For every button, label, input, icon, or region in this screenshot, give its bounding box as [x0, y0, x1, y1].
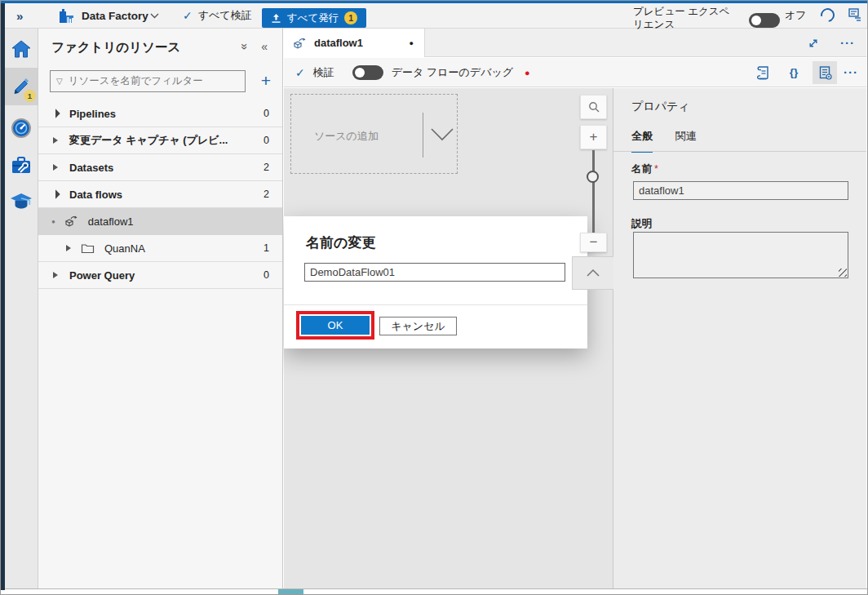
dataflow-icon [64, 215, 78, 228]
rename-dialog: 名前の変更 OK キャンセル [284, 216, 587, 349]
rename-name-input[interactable] [304, 263, 565, 282]
validate-all-button[interactable]: ✓ すべて検証 [183, 3, 252, 28]
properties-panel: プロパティ 全般 関連 名前* 説明 [613, 88, 866, 590]
debug-toggle-label: データ フローのデバッグ [392, 65, 513, 80]
nav-home-button[interactable] [5, 35, 38, 63]
toolbox-icon [11, 156, 32, 175]
item-count: 0 [264, 269, 269, 281]
main-area: dataflow1 ● ··· ✓ 検証 データ フローのデバッグ ● [284, 29, 866, 590]
publish-all-button[interactable]: すべて発行 1 [262, 8, 366, 28]
left-edge-strip [1, 1, 5, 590]
tree-item-pipelines[interactable]: Pipelines 0 [38, 100, 282, 127]
zoom-slider-track[interactable] [592, 150, 595, 233]
debug-status-dot-icon: ● [525, 68, 530, 78]
left-nav-rail: 1 [5, 29, 38, 590]
required-asterisk: * [654, 163, 658, 175]
nav-monitor-button[interactable] [5, 113, 38, 143]
tree-item-quanna-folder[interactable]: QuanNA 1 [38, 235, 282, 262]
magnifier-icon [588, 101, 600, 113]
item-count: 2 [264, 189, 269, 200]
tab-label: dataflow1 [314, 37, 363, 49]
validate-all-label: すべて検証 [198, 8, 252, 23]
publish-all-label: すべて発行 [287, 11, 339, 25]
tab-more-icon[interactable]: ··· [840, 36, 855, 50]
editor-content: ソースの追加 + − [284, 88, 866, 590]
collapse-all-icon[interactable]: « [237, 43, 250, 50]
add-resource-button[interactable]: + [261, 69, 271, 92]
top-bar: » Data Factory ✓ すべて検証 すべて発行 [5, 3, 867, 29]
tree-item-change-data-capture[interactable]: 変更データ キャプチャ (プレビ... 0 [38, 127, 282, 154]
description-label: 説明 [631, 217, 652, 231]
expand-menu-icon[interactable]: » [16, 3, 22, 28]
dataflow-canvas[interactable]: ソースの追加 + − [284, 88, 613, 590]
dataflow-icon [292, 37, 307, 50]
add-source-box[interactable]: ソースの追加 [290, 94, 458, 174]
nav-manage-button[interactable] [5, 151, 38, 180]
expanded-twisty-icon[interactable] [51, 110, 60, 117]
factory-resources-title: ファクトリのリソース [51, 39, 180, 56]
collapsed-twisty-icon[interactable] [64, 245, 73, 251]
canvas-search-button[interactable] [580, 95, 607, 119]
zoom-in-button[interactable]: + [580, 125, 607, 149]
add-source-chevron-icon[interactable] [430, 127, 454, 142]
expanded-twisty-icon[interactable] [51, 191, 60, 198]
toolbar-more-icon[interactable]: ··· [844, 65, 858, 79]
validate-check-icon: ✓ [295, 66, 305, 79]
tab-dataflow1[interactable]: dataflow1 ● [284, 29, 425, 57]
item-count: 0 [264, 135, 269, 146]
ok-button[interactable]: OK [301, 316, 370, 335]
data-factory-logo-icon [59, 8, 74, 24]
tree-item-datasets[interactable]: Datasets 2 [38, 154, 282, 181]
script-button[interactable] [751, 61, 775, 84]
collapsed-twisty-icon[interactable] [51, 137, 60, 144]
minus-icon: − [590, 234, 598, 251]
collapsed-twisty-icon[interactable] [51, 272, 60, 278]
name-input[interactable] [633, 181, 848, 200]
tab-general[interactable]: 全般 [631, 129, 653, 153]
rename-dialog-title: 名前の変更 [306, 233, 375, 252]
product-name: Data Factory [82, 10, 148, 22]
code-button[interactable]: {} [782, 61, 806, 84]
tab-related[interactable]: 関連 [675, 129, 697, 153]
chevron-up-icon [587, 269, 600, 277]
publish-upload-icon [271, 13, 281, 24]
nav-author-button[interactable]: 1 [5, 68, 38, 105]
product-switcher[interactable]: Data Factory [59, 3, 148, 28]
description-textarea[interactable] [633, 232, 848, 278]
resource-filter-input[interactable]: ▽ リソースを名前でフィルター [50, 70, 246, 92]
properties-title: プロパティ [631, 100, 690, 114]
zoom-out-button[interactable]: − [580, 233, 607, 252]
factory-resources-panel: ファクトリのリソース « « ▽ リソースを名前でフィルター + Pipelin… [38, 29, 283, 590]
collapsed-twisty-icon[interactable] [51, 164, 60, 171]
refresh-spinner-icon[interactable] [818, 6, 838, 25]
item-count: 2 [264, 162, 269, 173]
item-count: 0 [264, 108, 269, 119]
cancel-button[interactable]: キャンセル [379, 317, 457, 335]
release-notes-icon[interactable] [848, 7, 862, 24]
textarea-resize-grip[interactable] [839, 269, 847, 277]
collapse-panel-icon[interactable]: « [261, 40, 268, 53]
tab-bar: dataflow1 ● ··· [284, 29, 866, 57]
zoom-slider-thumb[interactable] [587, 171, 599, 183]
properties-button[interactable] [813, 61, 837, 84]
preview-experience-label: プレビュー エクスペ リエンス [633, 5, 746, 31]
expand-editor-icon[interactable] [808, 38, 819, 49]
script-icon [756, 65, 770, 80]
tree-item-dataflow1[interactable]: ● dataflow1 [38, 208, 282, 235]
dialog-divider [284, 304, 587, 305]
preview-experience-toggle[interactable] [749, 8, 780, 33]
plus-icon: + [590, 129, 598, 145]
bottom-teal-fragment [278, 589, 303, 594]
publish-count-badge: 1 [344, 11, 357, 24]
folder-icon [81, 242, 95, 254]
braces-icon: {} [790, 66, 799, 78]
collapse-panel-button[interactable] [572, 256, 613, 290]
validate-check-icon: ✓ [183, 9, 193, 22]
tree-item-power-query[interactable]: Power Query 0 [38, 262, 282, 289]
data-factory-window: » Data Factory ✓ すべて検証 すべて発行 [0, 0, 868, 595]
nav-learning-button[interactable] [5, 185, 38, 218]
tree-item-data-flows[interactable]: Data flows 2 [38, 181, 282, 208]
validate-button[interactable]: 検証 [313, 65, 334, 80]
dataflow-debug-toggle[interactable] [352, 65, 383, 80]
product-dropdown-chevron-icon[interactable] [150, 3, 159, 28]
